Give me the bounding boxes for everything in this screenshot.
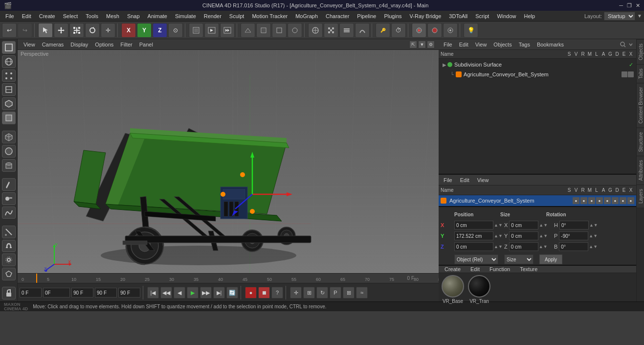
cube-button[interactable] <box>2 131 16 143</box>
pos-y-arrow[interactable]: ▲▼ <box>494 233 503 238</box>
end-frame-input[interactable] <box>71 288 93 298</box>
br-object-row[interactable]: Agriculture_Conveyor_Belt_System ● ● ● ●… <box>439 195 636 206</box>
pos-x-input[interactable] <box>454 221 493 230</box>
spline-button[interactable] <box>2 207 16 219</box>
menu-pipeline[interactable]: Pipeline <box>354 12 379 20</box>
z-axis-button[interactable]: Z <box>153 23 167 38</box>
rot-p-arrow[interactable]: ▲▼ <box>589 233 598 238</box>
menu-mesh[interactable]: Mesh <box>103 12 123 20</box>
br-menu-file[interactable]: File <box>441 177 455 184</box>
object-mode-button[interactable] <box>2 112 16 124</box>
size-y-arrow[interactable]: ▲▼ <box>539 233 548 238</box>
vtab-layers[interactable]: Layers <box>637 184 644 207</box>
render-region-button[interactable] <box>189 23 203 38</box>
step-back-button[interactable]: ◀◀ <box>160 287 172 299</box>
menu-script[interactable]: Script <box>472 12 492 20</box>
om-menu-tags[interactable]: Tags <box>516 41 533 48</box>
vtab-structure[interactable]: Structure <box>637 128 644 156</box>
close-button[interactable]: ✕ <box>636 2 640 9</box>
om-row-conveyor[interactable]: └ Agriculture_Conveyor_Belt_System <box>439 69 636 79</box>
om-row-subdivision[interactable]: ▶ Subdivision Surface ✓ <box>439 60 636 69</box>
goto-start-button[interactable]: |◀ <box>147 287 159 299</box>
br-icon-5[interactable]: ● <box>604 197 611 204</box>
size-select[interactable]: Size <box>504 254 533 264</box>
polygon-pen-button[interactable] <box>2 268 16 280</box>
sphere-button[interactable] <box>2 145 16 158</box>
vtab-objects[interactable]: Objects <box>637 39 644 64</box>
viewport[interactable]: View Cameras Display Options Filter Pane… <box>18 39 439 273</box>
vp-menu-filter[interactable]: Filter <box>117 41 135 48</box>
br-icon-6[interactable]: ● <box>612 197 619 204</box>
goto-end-button[interactable]: ▶| <box>213 287 225 299</box>
lock-button[interactable] <box>2 287 16 299</box>
restore-button[interactable]: ❐ <box>627 2 632 9</box>
loop-button[interactable]: 🔄 <box>226 287 238 299</box>
apply-button[interactable]: Apply <box>539 254 562 264</box>
om-menu-objects[interactable]: Objects <box>490 41 514 48</box>
motion-path-button[interactable]: ✛ <box>290 287 302 299</box>
mat-menu-texture[interactable]: Texture <box>517 266 540 273</box>
rotate-tool-button[interactable] <box>85 23 100 38</box>
pen-tool-button[interactable] <box>2 178 16 191</box>
y-axis-button[interactable]: Y <box>137 23 152 38</box>
preview-start-input[interactable] <box>95 288 117 298</box>
object-rel-select[interactable]: Object (Rel) <box>454 254 498 264</box>
material-vr-base[interactable]: VR_Base <box>442 275 464 304</box>
cylinder-button[interactable] <box>2 159 16 172</box>
autokey-button[interactable]: P <box>330 287 341 299</box>
menu-file[interactable]: File <box>2 12 18 20</box>
vp-camera-button[interactable]: ▼ <box>418 41 426 48</box>
layout-arrow[interactable]: ▼ <box>637 13 642 19</box>
paint-tool-button[interactable] <box>2 192 16 205</box>
menu-create[interactable]: Create <box>36 12 59 20</box>
step-forward-button[interactable]: ▶▶ <box>200 287 212 299</box>
viewport-canvas[interactable]: Y X Z Perspective <box>18 50 439 273</box>
key-selection-button[interactable]: ⊞ <box>303 287 315 299</box>
fcurve-button[interactable]: ≈ <box>356 287 368 299</box>
stop-button[interactable]: ⏹ <box>258 287 270 299</box>
menu-animate[interactable]: Animate <box>144 12 171 20</box>
vp-menu-view[interactable]: View <box>21 41 38 48</box>
size-y-input[interactable] <box>509 231 538 240</box>
view-right-button[interactable] <box>272 23 287 38</box>
pos-y-input[interactable] <box>454 231 493 240</box>
menu-character[interactable]: Character <box>322 12 353 20</box>
vtab-attributes[interactable]: Attributes <box>637 156 644 184</box>
material-vr-tran[interactable]: VR_Tran <box>468 275 490 304</box>
vtab-tabs[interactable]: Tabs <box>637 64 644 83</box>
play-forward-button[interactable]: ▶ <box>187 287 199 299</box>
edges-mode-button[interactable] <box>2 83 16 96</box>
render-settings-button[interactable] <box>443 23 458 38</box>
window-controls[interactable]: ─ ❐ ✕ <box>619 2 640 9</box>
timeline-ruler[interactable]: 0 5 10 15 20 25 30 35 40 45 50 55 60 65 … <box>18 274 439 283</box>
menu-tools[interactable]: Tools <box>82 12 102 20</box>
quantize-button[interactable] <box>339 23 354 38</box>
enable-axis-button[interactable] <box>308 23 323 38</box>
mat-menu-edit[interactable]: Edit <box>467 266 483 273</box>
enable-snapping-button[interactable] <box>324 23 338 38</box>
view-perspective-button[interactable] <box>241 23 255 38</box>
magnet-button[interactable] <box>2 240 16 253</box>
menu-edit[interactable]: Edit <box>19 12 35 20</box>
transform-tool-button[interactable]: ✛ <box>101 23 115 38</box>
br-icon-7[interactable]: ● <box>620 197 626 204</box>
stop-render-button[interactable] <box>427 23 442 38</box>
menu-plugins[interactable]: Plugins <box>380 12 405 20</box>
br-icon-2[interactable]: ● <box>580 197 587 204</box>
mat-menu-function[interactable]: Function <box>487 266 513 273</box>
vp-menu-cameras[interactable]: Cameras <box>39 41 67 48</box>
grid-tl-button[interactable]: ⊞ <box>343 287 355 299</box>
size-z-arrow[interactable]: ▲▼ <box>539 244 548 249</box>
om-menu-file[interactable]: File <box>441 41 455 48</box>
render-frame-button[interactable] <box>204 23 219 38</box>
menu-snap[interactable]: Snap <box>124 12 143 20</box>
rot-b-input[interactable] <box>559 242 588 251</box>
record-button[interactable]: ● <box>245 287 257 299</box>
vtab-content-browser[interactable]: Content Browser <box>637 83 644 127</box>
pos-x-arrow[interactable]: ▲▼ <box>494 223 503 228</box>
vp-menu-panel[interactable]: Panel <box>136 41 156 48</box>
vp-menu-options[interactable]: Options <box>92 41 116 48</box>
rot-h-arrow[interactable]: ▲▼ <box>589 223 598 228</box>
world-button[interactable]: ⊙ <box>168 23 183 38</box>
preview-end-input[interactable] <box>118 288 140 298</box>
